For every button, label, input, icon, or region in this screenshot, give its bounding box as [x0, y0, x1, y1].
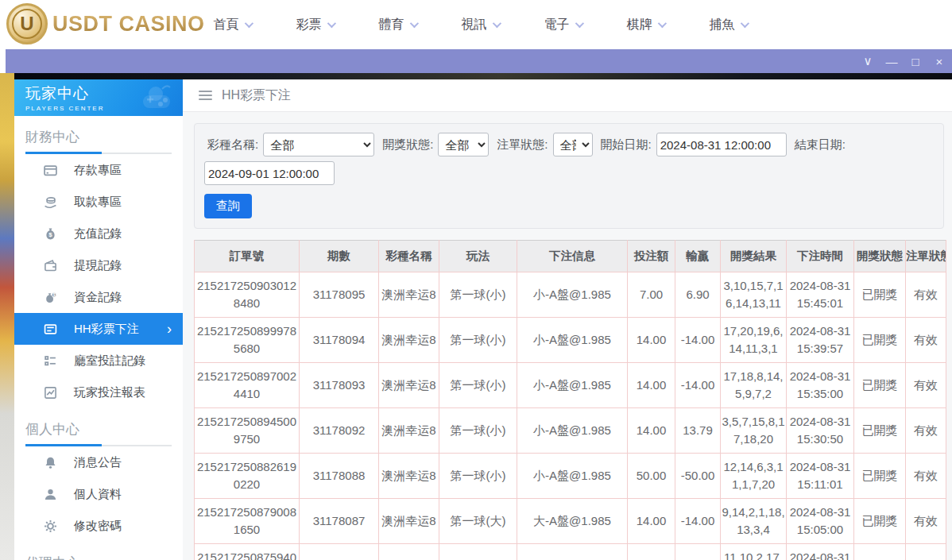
table-cell: 小-A盤@1.985 [517, 318, 628, 363]
filter-control-wrap-3 [656, 133, 787, 156]
page-title: HH彩票下注 [222, 87, 291, 104]
table-row: 215217250894500975031178092澳洲幸运8第一球(小)小-… [195, 408, 946, 454]
sidebar-item-label: 充值記錄 [74, 226, 122, 241]
table-cell: -14.00 [675, 499, 721, 544]
sidebar-item[interactable]: 個人資料 [14, 478, 183, 510]
table-cell: 第一球(大) [439, 544, 517, 560]
gamepad-icon [121, 83, 176, 114]
table-cell: 13.79 [675, 544, 721, 560]
svg-text:$: $ [48, 231, 52, 238]
table-cell: 有效 [906, 544, 946, 560]
sidebar-item-label: 玩家投注報表 [74, 385, 145, 400]
table-cell: 31178092 [300, 408, 379, 454]
sidebar-item[interactable]: 廳室投註記錄 [14, 345, 183, 377]
nav-item-4[interactable]: 電子 [521, 17, 604, 33]
window-titlebar: ∨—□× [6, 49, 952, 73]
deposit-card-icon [44, 164, 57, 177]
sidebar-item[interactable]: 提現記錄 [14, 249, 183, 281]
collapse-icon[interactable]: ∨ [861, 54, 874, 68]
nav-item-label: 視訊 [462, 17, 487, 33]
table-column-header: 開獎狀態 [854, 241, 906, 272]
table-column-header: 下注時間 [787, 241, 854, 272]
chevron-down-icon [740, 19, 749, 28]
nav-item-label: 電子 [544, 17, 570, 33]
table-cell: 第一球(小) [439, 272, 517, 318]
table-cell: 已開獎 [854, 318, 906, 363]
sidebar-item[interactable]: 取款專區 [14, 186, 183, 218]
table-cell: 2024-08-31 15:35:00 [787, 363, 854, 408]
main-content: HH彩票下注 彩種名稱:全部開獎狀態:全部注單狀態:全部開始日期:結束日期: 查… [183, 79, 952, 560]
top-site-bar: U USDT CASINO 首頁彩票體育視訊電子棋牌捕魚 [0, 0, 952, 49]
sidebar-item-label: 資金記錄 [74, 290, 122, 305]
withdrawal-record-icon [44, 259, 57, 272]
bell-icon [44, 456, 57, 469]
table-cell: 澳洲幸运8 [379, 272, 439, 318]
table-column-header: 注單狀態 [906, 241, 946, 272]
table-cell: 第一球(小) [439, 454, 517, 499]
table-cell: 大-A盤@1.985 [517, 499, 628, 544]
nav-item-2[interactable]: 體育 [356, 17, 439, 33]
sidebar-item-label: 取款專區 [74, 195, 122, 210]
sidebar-item[interactable]: HH彩票下注› [14, 313, 183, 345]
sidebar-section-0: 財務中心 [14, 116, 183, 154]
svg-text:$: $ [53, 293, 56, 297]
table-cell: 31178095 [300, 272, 379, 318]
brand-logo-letter: U [12, 9, 42, 39]
table-row: 215217250875940591031178086澳洲幸运8第一球(大)大-… [195, 544, 946, 560]
maximize-icon[interactable]: □ [909, 55, 922, 68]
nav-item-1[interactable]: 彩票 [273, 17, 356, 33]
sidebar-item[interactable]: $充值記錄 [14, 218, 183, 249]
gear-icon [44, 519, 57, 533]
sidebar-item-label: 提現記錄 [74, 258, 122, 273]
table-row: 215217250899978568031178094澳洲幸运8第一球(小)小-… [195, 318, 946, 363]
table-cell: 已開獎 [854, 544, 906, 560]
nav-item-3[interactable]: 視訊 [439, 17, 521, 33]
table-column-header: 玩法 [439, 241, 517, 272]
table-cell: -14.00 [675, 318, 721, 363]
nav-item-5[interactable]: 棋牌 [604, 17, 687, 33]
filter-panel: 彩種名稱:全部開獎狀態:全部注單狀態:全部開始日期:結束日期: 查詢 [194, 123, 944, 229]
table-cell: 14.00 [628, 318, 675, 363]
table-cell: 9,14,2,1,18,13,3,4 [721, 499, 787, 544]
sidebar-item-label: 存款專區 [74, 163, 122, 178]
table-cell: 11,10,2,17,16,8,19,9 [721, 544, 787, 560]
sidebar-item[interactable]: 消息公告 [14, 446, 183, 478]
top-nav: 首頁彩票體育視訊電子棋牌捕魚 [191, 0, 769, 49]
nav-item-6[interactable]: 捕魚 [687, 17, 769, 33]
table-cell: 3,10,15,7,16,14,13,11 [721, 272, 787, 318]
nav-item-0[interactable]: 首頁 [191, 17, 273, 33]
sidebar-item[interactable]: 修改密碼 [14, 510, 183, 542]
table-cell: 2152172508790081650 [195, 499, 300, 544]
sidebar-item[interactable]: 玩家投注報表 [14, 377, 183, 408]
filter-select-0[interactable]: 全部 [263, 133, 374, 156]
brand-name: USDT CASINO [52, 12, 205, 37]
search-button[interactable]: 查詢 [204, 194, 252, 218]
filter-date-input-4[interactable] [204, 161, 335, 185]
table-cell: 有效 [906, 499, 946, 544]
minimize-icon[interactable]: — [885, 55, 898, 68]
menu-toggle-icon[interactable] [199, 91, 212, 100]
table-cell: 小-A盤@1.985 [517, 272, 628, 318]
table-row: 215217250897002441031178093澳洲幸运8第一球(小)小-… [195, 363, 946, 408]
sidebar-header: 玩家中心 PLAYERS CENTER [14, 79, 183, 116]
table-cell: 31178086 [300, 544, 379, 560]
table-column-header: 下注信息 [517, 241, 628, 272]
sidebar-item[interactable]: $資金記錄 [14, 281, 183, 313]
table-cell: 2024-08-31 15:11:01 [787, 454, 854, 499]
filter-select-2[interactable]: 全部 [553, 133, 593, 156]
table-cell: 2152172509030128480 [195, 272, 300, 318]
table-cell: 已開獎 [854, 363, 906, 408]
table-cell: 2152172508945009750 [195, 408, 300, 454]
sidebar-item[interactable]: 存款專區 [14, 154, 183, 186]
table-cell: 6.90 [675, 272, 721, 318]
brand[interactable]: U USDT CASINO [6, 3, 205, 44]
table-cell: 12,14,6,3,11,1,7,20 [721, 454, 787, 499]
chevron-down-icon [575, 19, 583, 28]
close-icon[interactable]: × [933, 55, 946, 68]
sidebar-item-label: 消息公告 [74, 455, 122, 470]
funds-record-icon: $ [44, 291, 57, 304]
filter-date-input-3[interactable] [656, 133, 787, 156]
sidebar-item-label: 廳室投註記錄 [74, 353, 145, 369]
filter-select-1[interactable]: 全部 [438, 133, 489, 156]
table-row: 215217250882619022031178088澳洲幸运8第一球(小)小-… [195, 454, 946, 499]
